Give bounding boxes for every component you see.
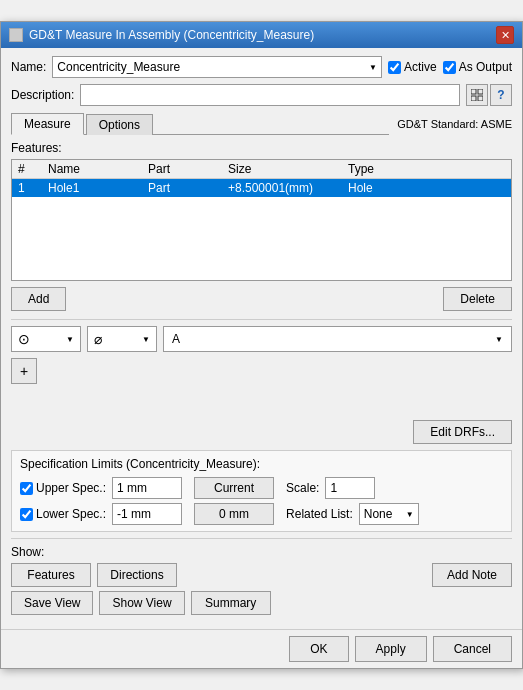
concentricity-icon: ⊙ xyxy=(18,331,30,347)
col-part: Part xyxy=(142,160,222,179)
as-output-checkbox-label[interactable]: As Output xyxy=(443,60,512,74)
main-window: GD&T Measure In Assembly (Concentricity_… xyxy=(0,21,523,669)
name-row: Name: Concentricity_Measure ▼ Active As … xyxy=(11,56,512,78)
plus-button[interactable]: + xyxy=(11,358,37,384)
apply-button[interactable]: Apply xyxy=(355,636,427,662)
upper-spec-row: Upper Spec.: xyxy=(20,477,182,499)
active-checkbox-label[interactable]: Active xyxy=(388,60,437,74)
as-output-checkbox[interactable] xyxy=(443,61,456,74)
scale-label: Scale: xyxy=(286,481,319,495)
features-label: Features: xyxy=(11,141,512,155)
name-dropdown[interactable]: Concentricity_Measure ▼ xyxy=(52,56,382,78)
active-label: Active xyxy=(404,60,437,74)
dialog-content: Name: Concentricity_Measure ▼ Active As … xyxy=(1,48,522,629)
edit-drfs-row: Edit DRFs... xyxy=(11,420,512,444)
grid-icon-button[interactable] xyxy=(466,84,488,106)
col-num: # xyxy=(12,160,42,179)
grid-icon xyxy=(471,89,483,101)
question-mark-icon: ? xyxy=(497,88,504,102)
ok-button[interactable]: OK xyxy=(289,636,348,662)
edit-drfs-button[interactable]: Edit DRFs... xyxy=(413,420,512,444)
plus-row: + xyxy=(11,358,512,384)
features-data-table: # Name Part Size Type 1 Hole1 Pa xyxy=(12,160,511,197)
upper-spec-checkbox-label[interactable]: Upper Spec.: xyxy=(20,481,106,495)
save-view-button[interactable]: Save View xyxy=(11,591,93,615)
related-list-dropdown[interactable]: None ▼ xyxy=(359,503,419,525)
upper-spec-input[interactable] xyxy=(112,477,182,499)
features-section: Features: # Name Part Size Type xyxy=(11,141,512,311)
help-icon-button[interactable]: ? xyxy=(490,84,512,106)
close-button[interactable]: ✕ xyxy=(496,26,514,44)
tabs-row: Measure Options GD&T Standard: ASME xyxy=(11,112,512,135)
col-size: Size xyxy=(222,160,342,179)
spec-left-col: Upper Spec.: Lower Spec.: xyxy=(20,477,182,525)
chevron-down-icon-3: ▼ xyxy=(142,335,150,344)
features-table: # Name Part Size Type 1 Hole1 Pa xyxy=(11,159,512,281)
cancel-button[interactable]: Cancel xyxy=(433,636,512,662)
gdt-standard-label: GD&T Standard: ASME xyxy=(389,113,512,135)
description-row: Description: ? xyxy=(11,84,512,106)
current-button[interactable]: Current xyxy=(194,477,274,499)
cell-num: 1 xyxy=(12,179,42,198)
diameter-symbol-dropdown[interactable]: ⌀ ▼ xyxy=(87,326,157,352)
upper-spec-checkbox[interactable] xyxy=(20,482,33,495)
table-row[interactable]: 1 Hole1 Part +8.500001(mm) Hole xyxy=(12,179,511,198)
datum-a-dropdown[interactable]: A ▼ xyxy=(163,326,512,352)
related-list-value: None xyxy=(364,507,393,521)
symbol-controls-row: ⊙ ▼ ⌀ ▼ A ▼ xyxy=(11,326,512,352)
tab-measure[interactable]: Measure xyxy=(11,113,84,135)
description-input[interactable] xyxy=(80,84,460,106)
datum-a-value: A xyxy=(172,332,180,346)
name-value: Concentricity_Measure xyxy=(57,60,180,74)
active-checkbox[interactable] xyxy=(388,61,401,74)
lower-spec-input[interactable] xyxy=(112,503,182,525)
directions-button[interactable]: Directions xyxy=(97,563,177,587)
tab-bar: Measure Options xyxy=(11,112,389,135)
show-btn-row-2: Save View Show View Summary xyxy=(11,591,512,615)
scale-row: Scale: xyxy=(286,477,419,499)
features-table-scroll[interactable]: # Name Part Size Type 1 Hole1 Pa xyxy=(12,160,511,280)
svg-rect-3 xyxy=(478,96,483,101)
description-label: Description: xyxy=(11,88,74,102)
lower-spec-checkbox-label[interactable]: Lower Spec.: xyxy=(20,507,106,521)
lower-spec-row: Lower Spec.: xyxy=(20,503,182,525)
show-view-button[interactable]: Show View xyxy=(99,591,184,615)
spec-title: Specification Limits (Concentricity_Meas… xyxy=(20,457,503,471)
app-icon xyxy=(9,28,23,42)
spec-middle-col: Current document.querySelector('[data-na… xyxy=(194,477,274,525)
delete-button[interactable]: Delete xyxy=(443,287,512,311)
svg-rect-0 xyxy=(471,89,476,94)
concentricity-symbol-dropdown[interactable]: ⊙ ▼ xyxy=(11,326,81,352)
cell-type: Hole xyxy=(342,179,511,198)
window-title: GD&T Measure In Assembly (Concentricity_… xyxy=(29,28,314,42)
chevron-down-icon-5: ▼ xyxy=(406,510,414,519)
zero-input xyxy=(194,503,274,525)
cell-part: Part xyxy=(142,179,222,198)
features-button[interactable]: Features xyxy=(11,563,91,587)
upper-spec-label: Upper Spec.: xyxy=(36,481,106,495)
as-output-label: As Output xyxy=(459,60,512,74)
table-header: # Name Part Size Type xyxy=(12,160,511,179)
separator-1 xyxy=(11,319,512,320)
add-note-button[interactable]: Add Note xyxy=(432,563,512,587)
header-row: # Name Part Size Type xyxy=(12,160,511,179)
related-label: Related List: xyxy=(286,507,353,521)
show-btn-row-1: Features Directions Add Note xyxy=(11,563,512,587)
chevron-down-icon-2: ▼ xyxy=(66,335,74,344)
add-button[interactable]: Add xyxy=(11,287,66,311)
spec-section: Specification Limits (Concentricity_Meas… xyxy=(11,450,512,532)
spacer xyxy=(11,390,512,420)
diameter-icon: ⌀ xyxy=(94,331,102,347)
tab-options[interactable]: Options xyxy=(86,114,153,135)
lower-spec-label: Lower Spec.: xyxy=(36,507,106,521)
lower-spec-checkbox[interactable] xyxy=(20,508,33,521)
scale-input[interactable] xyxy=(325,477,375,499)
show-section: Show: Features Directions Add Note Save … xyxy=(11,538,512,615)
name-label: Name: xyxy=(11,60,46,74)
spacer-2 xyxy=(183,563,426,587)
spec-right-col: Scale: Related List: None ▼ xyxy=(286,477,419,525)
summary-button[interactable]: Summary xyxy=(191,591,271,615)
svg-rect-2 xyxy=(471,96,476,101)
table-body: 1 Hole1 Part +8.500001(mm) Hole xyxy=(12,179,511,198)
cell-size: +8.500001(mm) xyxy=(222,179,342,198)
